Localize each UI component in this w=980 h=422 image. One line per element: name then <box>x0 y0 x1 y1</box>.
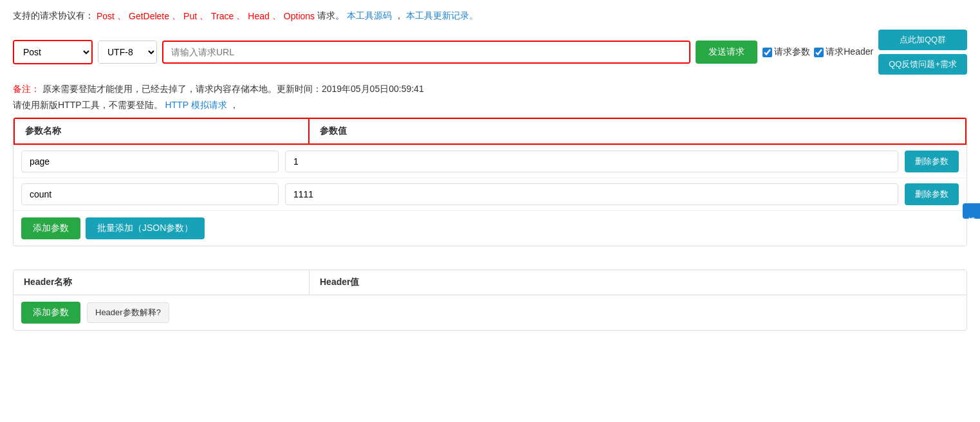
check-params-checkbox[interactable] <box>763 48 772 57</box>
check-header-checkbox[interactable] <box>814 48 824 57</box>
note-text1: 原来需要登陆才能使用，已经去掉了，请求内容存储本地。更新时间：2019年05月0… <box>42 84 424 94</box>
param-value-input-1[interactable] <box>285 151 898 172</box>
header-help-link[interactable]: Header参数解释? <box>87 302 169 323</box>
delete-param-button-1[interactable]: 删除参数 <box>905 151 959 172</box>
method-select[interactable]: Post Get Delete Put Patch Head Options T… <box>14 41 91 63</box>
note-text3: ， <box>230 100 239 110</box>
params-section: 参数名称 参数值 删除参数 删除参数 添加参数 批量添加（JSON参数） <box>13 117 967 246</box>
update-link[interactable]: 本工具更新记录。 <box>406 10 478 22</box>
method-options: Options <box>284 11 315 21</box>
method-trace: Trace <box>211 11 234 21</box>
note-label: 备注： <box>13 84 40 94</box>
url-input[interactable]: https://api.apiopen.top/getWangYiNews <box>163 42 689 62</box>
params-header-name: 参数名称 <box>14 118 310 145</box>
note-text2: 请使用新版HTTP工具，不需要登陆。 <box>13 100 163 110</box>
header-section-value-col: Header值 <box>310 270 966 295</box>
top-info-prefix: 支持的请求协议有： <box>13 10 94 22</box>
checkbox-group: 请求参数 请求Header <box>763 46 873 58</box>
qq-feedback-button[interactable]: QQ反馈问题+需求 <box>878 54 967 75</box>
delete-param-button-2[interactable]: 删除参数 <box>905 183 959 205</box>
right-buttons-area: 点此加QQ群 QQ反馈问题+需求 <box>878 30 967 75</box>
add-param-button[interactable]: 添加参数 <box>21 217 80 239</box>
request-left: Post Get Delete Put Patch Head Options T… <box>13 40 873 64</box>
header-action-row: 添加参数 Header参数解释? <box>14 295 966 330</box>
param-row: 删除参数 <box>14 178 966 211</box>
method-select-wrapper: Post Get Delete Put Patch Head Options T… <box>13 40 93 64</box>
add-header-button[interactable]: 添加参数 <box>21 302 80 324</box>
send-button[interactable]: 发送请求 <box>696 41 757 64</box>
top-info-bar: 支持的请求协议有： Post、 GetDelete、 Put、 Trace、 H… <box>13 10 967 22</box>
param-row: 删除参数 <box>14 145 966 178</box>
check-params-label[interactable]: 请求参数 <box>763 46 810 58</box>
right-feedback-tab[interactable]: 反馈 <box>963 203 980 219</box>
url-input-wrapper: https://api.apiopen.top/getWangYiNews <box>162 41 690 64</box>
header-section-name-col: Header名称 <box>14 270 310 295</box>
encoding-select[interactable]: UTF-8 GBK GB2312 <box>98 41 156 63</box>
header-section: Header名称 Header值 添加参数 Header参数解释? <box>13 270 967 331</box>
source-link[interactable]: 本工具源码 <box>347 10 392 22</box>
param-name-input-2[interactable] <box>21 183 279 205</box>
method-head: Head <box>248 11 269 21</box>
params-action-row: 添加参数 批量添加（JSON参数） <box>14 211 966 246</box>
top-info-suffix: 请求。 <box>317 10 344 22</box>
note-area: 备注： 原来需要登陆才能使用，已经去掉了，请求内容存储本地。更新时间：2019年… <box>13 81 967 113</box>
request-row: Post Get Delete Put Patch Head Options T… <box>13 30 967 75</box>
params-header-value: 参数值 <box>310 118 966 145</box>
check-header-label[interactable]: 请求Header <box>814 46 873 58</box>
http-link[interactable]: HTTP 模拟请求 <box>165 100 227 110</box>
check-header-text: 请求Header <box>826 46 873 58</box>
header-section-header: Header名称 Header值 <box>14 270 966 295</box>
qq-group-button[interactable]: 点此加QQ群 <box>878 30 967 50</box>
method-post: Post <box>97 11 115 21</box>
method-put: Put <box>183 11 197 21</box>
param-name-input-1[interactable] <box>21 151 279 172</box>
param-value-input-2[interactable] <box>285 183 898 205</box>
encoding-select-wrapper: UTF-8 GBK GB2312 <box>98 41 157 64</box>
params-section-header: 参数名称 参数值 <box>14 118 966 145</box>
batch-add-button[interactable]: 批量添加（JSON参数） <box>86 217 205 239</box>
check-params-text: 请求参数 <box>774 46 810 58</box>
method-getdelete: GetDelete <box>129 11 169 21</box>
